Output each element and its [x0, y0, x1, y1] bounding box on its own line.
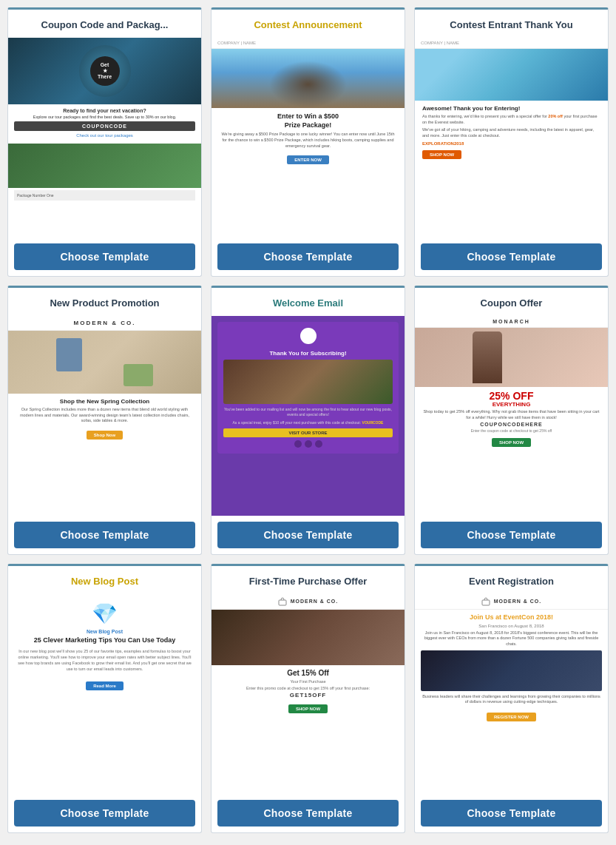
card-contest-announcement: Contest Announcement COMPANY | NAME Ente…	[211, 7, 405, 277]
choose-template-btn-contest-ty[interactable]: Choose Template	[421, 243, 602, 270]
social-icon-3	[315, 440, 322, 448]
template-welcome-social	[223, 440, 393, 448]
preview-first-purchase: MODERN & CO. Get 15% Off Your First Purc…	[211, 594, 405, 794]
template-blog-icon: 💎	[16, 602, 194, 626]
template-blog-tag: New Blog Post	[16, 629, 194, 634]
template-prod-item1	[56, 338, 82, 371]
template-prod-image	[8, 331, 201, 394]
template-co2-body: Shop today to get 25% off everything. Wh…	[421, 409, 602, 420]
card-coupon-offer: Coupon Offer MONARCH 25% OFF EVERYTHING …	[414, 286, 609, 555]
template-fp-logo: MODERN & CO.	[211, 594, 405, 610]
template-coupon-code: COUPONCODE	[14, 121, 195, 131]
template-body: Explore our tour packages and find the b…	[14, 115, 195, 119]
template-hero-image: Get★There	[8, 38, 201, 104]
template-ty-company: COMPANY | NAME	[415, 38, 608, 49]
template-blog-cta: Read More	[86, 681, 123, 690]
social-icon-2	[305, 440, 312, 448]
card-title-first-purchase: First-Time Purchase Offer	[211, 566, 405, 594]
choose-template-btn-coupon-offer[interactable]: Choose Template	[421, 522, 602, 548]
template-prod-item2	[123, 364, 153, 386]
card-new-product: New Product Promotion MODERN & CO. Shop …	[7, 286, 202, 555]
template-ty-cta: SHOP NOW	[422, 150, 461, 159]
preview-coupon-offer: MONARCH 25% OFF EVERYTHING Shop today to…	[415, 316, 608, 516]
template-co2-note: Enter the coupon code at checkout to get…	[421, 428, 602, 433]
template-contest-image	[211, 49, 405, 108]
template-ev-headline: Join Us at EventCon 2018!	[421, 613, 602, 622]
template-ev-date: San Francisco on August 8, 2018	[421, 624, 602, 628]
template-prod-cta: Shop Now	[87, 431, 123, 440]
template-co2-person	[473, 331, 502, 383]
card-first-purchase: First-Time Purchase Offer MODERN & CO. G…	[211, 564, 405, 833]
template-ev-logo: MODERN & CO.	[415, 594, 608, 610]
template-preview-coupon-offer: MONARCH 25% OFF EVERYTHING Shop today to…	[415, 316, 608, 516]
template-preview-coupon-code: Get★There Ready to find your next vacati…	[8, 38, 201, 238]
template-grid: Coupon Code and Packag... Get★There Read…	[7, 7, 609, 833]
template-ty-body2: We've got all of your hiking, camping an…	[422, 127, 600, 138]
choose-template-btn-contest[interactable]: Choose Template	[217, 243, 399, 270]
card-title-coupon-code: Coupon Code and Packag...	[8, 10, 201, 38]
template-co2-code: COUPONCODEHERE	[421, 422, 602, 427]
card-title-contest-ty: Contest Entrant Thank You	[415, 10, 608, 38]
template-fp-headline: Get 15% Off	[217, 669, 399, 677]
template-welcome-image	[223, 360, 393, 404]
card-new-blog-post: New Blog Post 💎 New Blog Post 25 Clever …	[7, 564, 202, 833]
choose-template-btn-event[interactable]: Choose Template	[421, 800, 602, 827]
template-preview-first-purchase: MODERN & CO. Get 15% Off Your First Purc…	[211, 594, 405, 794]
choose-template-btn-welcome[interactable]: Choose Template	[217, 522, 399, 548]
template-welcome-headline: Thank You for Subscribing!	[223, 350, 393, 357]
template-preview-product: MODERN & CO. Shop the New Spring Collect…	[8, 316, 201, 516]
preview-contest-ty: COMPANY | NAME Awesome! Thank you for En…	[415, 38, 608, 238]
template-ty-headline: Awesome! Thank you for Entering!	[422, 105, 600, 112]
template-welcome-logo	[223, 328, 393, 347]
choose-template-btn-blog[interactable]: Choose Template	[14, 800, 195, 827]
svg-rect-0	[279, 600, 286, 605]
card-title-coupon-offer: Coupon Offer	[415, 288, 608, 316]
card-title-contest-announcement: Contest Announcement	[211, 10, 405, 38]
template-contest-headline: Enter to Win a $500Prize Package!	[219, 112, 397, 129]
template-ty-image	[415, 49, 608, 101]
preview-blog: 💎 New Blog Post 25 Clever Marketing Tips…	[8, 594, 201, 794]
template-preview-welcome: Thank You for Subscribing! You've been a…	[211, 316, 405, 516]
social-icon-1	[294, 440, 302, 448]
template-link: Check out our tour packages	[14, 133, 195, 138]
preview-contest-announcement: COMPANY | NAME Enter to Win a $500Prize …	[211, 38, 405, 238]
template-contest-body: We're giving away a $500 Prize Package t…	[219, 132, 397, 149]
template-ev-logo-icon	[481, 597, 490, 606]
template-co2-everything: EVERYTHING	[421, 401, 602, 408]
svg-rect-1	[482, 600, 490, 605]
template-blog-body: In our new blog post we'll show you 25 o…	[16, 648, 194, 673]
template-fp-body: Enter this promo code at checkout to get…	[217, 686, 399, 690]
preview-coupon-code: Get★There Ready to find your next vacati…	[8, 38, 201, 238]
template-co2-discount: 25% OFF	[421, 391, 602, 401]
card-title-welcome: Welcome Email	[211, 288, 405, 316]
template-preview-event: MODERN & CO. Join Us at EventCon 2018! S…	[415, 594, 608, 794]
card-welcome-email: Welcome Email Thank You for Subscribing!…	[211, 286, 405, 555]
card-contest-thank-you: Contest Entrant Thank You COMPANY | NAME…	[414, 7, 609, 277]
template-co2-cta: SHOP NOW	[492, 438, 531, 447]
template-ev-body: Join us in San Francisco on August 8, 20…	[421, 630, 602, 647]
card-title-blog: New Blog Post	[8, 566, 201, 594]
choose-template-btn-first-purchase[interactable]: Choose Template	[217, 800, 399, 827]
choose-template-btn-coupon-code[interactable]: Choose Template	[14, 243, 195, 270]
template-welcome-offer: As a special treat, enjoy $10 off your n…	[223, 420, 393, 425]
card-event-registration: Event Registration MODERN & CO. Join Us …	[414, 564, 609, 833]
template-fp-image	[211, 610, 405, 665]
template-fp-code: GET15OFF	[217, 692, 399, 698]
card-title-new-product: New Product Promotion	[8, 288, 201, 316]
preview-new-product: MODERN & CO. Shop the New Spring Collect…	[8, 316, 201, 516]
template-badge: Get★There	[90, 56, 120, 86]
template-ty-body: As thanks for entering, we'd like to pre…	[422, 114, 600, 125]
choose-template-btn-product[interactable]: Choose Template	[14, 522, 195, 548]
template-ev-image	[421, 650, 602, 691]
template-fp-logo-icon	[278, 597, 287, 606]
template-company-name: COMPANY | NAME	[211, 38, 405, 49]
template-fp-sub: Your First Purchase	[217, 679, 399, 684]
template-bottom-image	[8, 144, 201, 188]
template-welcome-cta: VISIT OUR STORE	[223, 428, 393, 437]
template-fp-cta: SHOP NOW	[288, 704, 328, 713]
preview-event: MODERN & CO. Join Us at EventCon 2018! S…	[415, 594, 608, 794]
template-preview-blog: 💎 New Blog Post 25 Clever Marketing Tips…	[8, 594, 201, 794]
template-ev-body2: Business leaders will share their challe…	[421, 694, 602, 705]
template-co2-logo: MONARCH	[415, 316, 608, 328]
template-contest-cta: ENTER NOW	[287, 155, 329, 164]
